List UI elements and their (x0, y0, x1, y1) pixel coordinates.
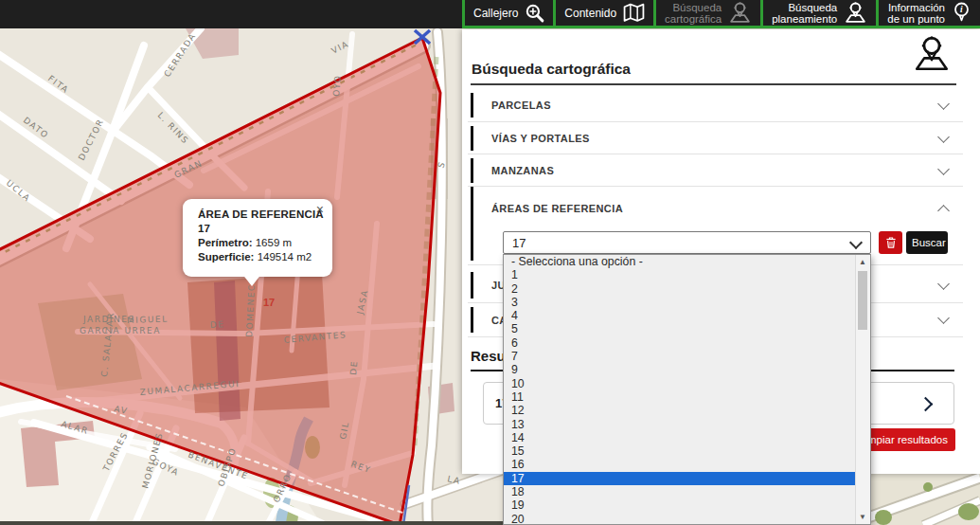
section-accent-bar (471, 307, 473, 333)
scrollbar-thumb[interactable] (858, 271, 867, 330)
section-manzanas-label: MANZANAS (491, 165, 554, 176)
info-pin-icon: i (952, 2, 971, 25)
buscar-button[interactable]: Buscar (906, 231, 948, 254)
dropdown-option[interactable]: 18 (504, 485, 870, 498)
dropdown-scrollbar[interactable]: ▲ ▼ (855, 255, 870, 524)
popup-surface: Superficie: 149514 m2 (198, 251, 332, 262)
dropdown-option[interactable]: 12 (504, 404, 870, 417)
menu-busqueda-planeamiento-line1: Búsqueda (772, 2, 837, 13)
section-parcelas[interactable]: PARCELAS (471, 89, 963, 121)
bottom-strip (0, 521, 503, 525)
topbar-menu: Callejero Contenido Búsqueda cartográfic… (462, 0, 980, 28)
app-window: CERRADAFITADATOUCLADOCTORL. RINSGRANVIAO… (0, 0, 980, 525)
delete-button[interactable] (879, 231, 902, 254)
chevron-down-icon (937, 98, 950, 110)
section-accent-bar (471, 93, 473, 118)
svg-text:MIGUEL: MIGUEL (127, 314, 169, 325)
section-areas-referencia[interactable]: ÁREAS DE REFERENCIA (471, 187, 963, 230)
menu-informacion-punto-line2: de un punto (887, 13, 945, 25)
chevron-right-icon (918, 397, 934, 412)
dropdown-option[interactable]: 19 (504, 498, 870, 512)
section-areas-referencia-label: ÁREAS DE REFERENCIA (491, 203, 623, 214)
section-accent-bar (471, 158, 473, 183)
pin-map-icon (844, 2, 867, 24)
popup-tail (241, 273, 262, 286)
dropdown-option[interactable]: 1 (504, 268, 870, 281)
dropdown-option[interactable]: 4 (504, 309, 870, 322)
menu-busqueda-planeamiento[interactable]: Búsqueda planeamiento (760, 0, 876, 26)
dropdown-option[interactable]: 20 (504, 513, 870, 525)
svg-text:GARCIA URREA: GARCIA URREA (80, 326, 161, 335)
menu-informacion-punto[interactable]: Información de un punto i (876, 0, 980, 26)
chevron-down-icon (937, 163, 950, 175)
area-select-dropdown: - Selecciona una opción -123456791011121… (503, 254, 871, 525)
dropdown-option[interactable]: 17 (504, 472, 870, 485)
chevron-down-icon (849, 236, 863, 249)
svg-text:i: i (960, 5, 963, 14)
trash-icon (885, 236, 897, 249)
dropdown-option[interactable]: - Selecciona una opción - (504, 255, 870, 268)
svg-text:OYO: OYO (331, 74, 343, 97)
panel-title: Búsqueda cartográfica (472, 61, 631, 78)
pin-map-icon (728, 2, 752, 24)
dropdown-option[interactable]: 2 (504, 282, 870, 296)
section-vias-portales[interactable]: VÍAS Y PORTALES (471, 122, 963, 154)
dropdown-option[interactable]: 6 (504, 336, 870, 350)
popup-area-id: 17 (198, 223, 332, 234)
menu-contenido[interactable]: Contenido (553, 0, 653, 26)
menu-informacion-punto-line1: Información (887, 2, 945, 13)
menu-busqueda-cartografica-line1: Búsqueda (665, 2, 722, 13)
magnifier-icon (525, 3, 544, 23)
popup-perimeter: Perímetro: 1659 m (198, 237, 332, 248)
topbar-spacer (0, 0, 462, 28)
pin-map-icon (912, 35, 952, 77)
chevron-up-icon (937, 205, 950, 217)
area-id-label: 17 (263, 297, 275, 308)
menu-contenido-label: Contenido (564, 7, 616, 20)
dropdown-option[interactable]: 5 (504, 322, 870, 335)
svg-text:DE: DE (209, 319, 224, 330)
menu-busqueda-planeamiento-line2: planeamiento (772, 13, 837, 25)
menu-busqueda-cartografica[interactable]: Búsqueda cartográfica (653, 0, 760, 26)
dropdown-option[interactable]: 3 (504, 296, 870, 309)
dropdown-option[interactable]: 7 (504, 350, 870, 363)
dropdown-option[interactable]: 13 (504, 418, 870, 431)
topbar: Callejero Contenido Búsqueda cartográfic… (0, 0, 980, 28)
popup-title: ÁREA DE REFERENCIA (198, 208, 332, 220)
area-select[interactable]: 17 (503, 231, 871, 254)
dropdown-option[interactable]: 14 (504, 431, 870, 444)
chevron-down-icon (937, 131, 950, 143)
section-accent-bar (471, 126, 473, 151)
area-select-value: 17 (512, 236, 526, 250)
option-list: - Selecciona una opción -123456791011121… (504, 255, 870, 525)
panel-title-underline (471, 83, 956, 85)
menu-callejero-label: Callejero (473, 7, 518, 20)
menu-callejero[interactable]: Callejero (462, 0, 553, 26)
chevron-down-icon (937, 278, 950, 290)
dropdown-option[interactable]: 10 (504, 377, 870, 390)
scroll-up-icon[interactable]: ▲ (859, 258, 866, 266)
area-popup: × ÁREA DE REFERENCIA 17 Perímetro: 1659 … (183, 199, 332, 277)
section-accent-bar (471, 272, 473, 299)
scroll-down-icon[interactable]: ▼ (859, 513, 866, 521)
dropdown-option[interactable]: 15 (504, 444, 870, 458)
menu-busqueda-cartografica-line2: cartográfica (665, 13, 722, 25)
folded-map-icon (623, 3, 645, 23)
section-manzanas[interactable]: MANZANAS (471, 154, 963, 187)
section-parcelas-label: PARCELAS (491, 100, 551, 111)
chevron-down-icon (937, 312, 950, 324)
dropdown-option[interactable]: 16 (504, 458, 870, 471)
dropdown-option[interactable]: 9 (504, 363, 870, 376)
svg-text:DE: DE (348, 360, 359, 375)
dropdown-option[interactable]: 11 (504, 390, 870, 404)
section-vias-portales-label: VÍAS Y PORTALES (491, 133, 590, 144)
popup-close-icon[interactable]: × (316, 203, 324, 216)
